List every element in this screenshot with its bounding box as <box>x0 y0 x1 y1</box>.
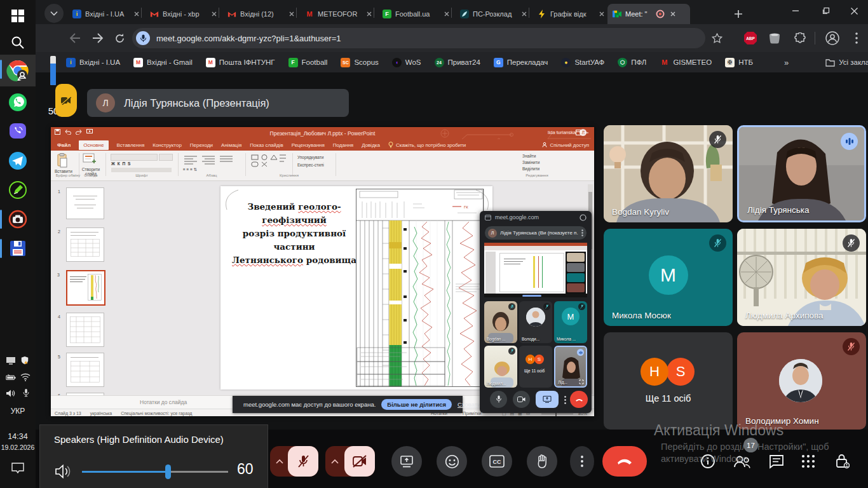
status-accessibility[interactable]: Спеціальні можливості: усе гаразд <box>121 411 192 416</box>
tab-inbox-gmail[interactable]: Вхідні - xbp <box>145 4 222 24</box>
bookmark-gismeteo[interactable]: MGISMETEO <box>660 58 712 67</box>
window-maximize-button[interactable] <box>812 0 840 22</box>
new-tab-button[interactable] <box>729 5 747 23</box>
tile-lidiia-speaking[interactable]: Лідія Турянська <box>737 125 866 222</box>
slide-title-text[interactable]: Зведений геолого-геофізичний розріз прод… <box>227 200 362 267</box>
tile-liudmyla[interactable]: Людмила Архипова <box>737 229 866 326</box>
ppt-tab-transitions[interactable]: Переходи <box>190 142 213 148</box>
taskbar-telegram-button[interactable] <box>0 146 36 175</box>
all-bookmarks-button[interactable]: Усі закладки <box>825 58 868 67</box>
bookmark-ntb[interactable]: ✠НТБ <box>725 58 753 67</box>
ppt-ribbon-options-icon[interactable] <box>574 128 582 137</box>
mic-muted-button[interactable] <box>288 446 318 477</box>
action-center-icon[interactable] <box>11 463 24 474</box>
pip-circle-icon[interactable] <box>580 214 587 221</box>
present-screen-button[interactable] <box>391 446 422 477</box>
mic-options-chevron-icon[interactable] <box>276 459 283 464</box>
bookmark-star-icon[interactable] <box>709 30 724 46</box>
bookmark-startuaf[interactable]: ●StartУАФ <box>561 58 604 67</box>
pip-presenter-pill[interactable]: Л Лідія Турянська (Ви (показуєте п... <box>485 226 587 240</box>
tab-inbox-iua[interactable]: i Вхідні - I.UA <box>67 4 145 24</box>
paragraph-buttons[interactable] <box>183 154 240 168</box>
hide-share-bar-link[interactable]: Сховати <box>458 401 480 408</box>
status-comments-button[interactable]: Примітки <box>463 411 481 416</box>
meet-pip-window[interactable]: meet.google.com Л Лідія Турянська (Ви (п… <box>480 211 592 413</box>
bookmark-football[interactable]: FFootball <box>288 58 328 67</box>
pip-tile-liudmyla[interactable]: Людмил... <box>484 346 517 388</box>
slide-thumbnail-1[interactable]: 1 <box>66 187 104 219</box>
start-button[interactable] <box>0 1 36 30</box>
pip-tile-others[interactable]: H S Ще 11 осіб <box>519 346 552 388</box>
font-extra-buttons[interactable] <box>111 168 172 172</box>
bookmark-scopus[interactable]: SCScopus <box>341 58 378 67</box>
pip-tile-lidiia-speaking[interactable]: Лід... <box>554 346 587 388</box>
status-language[interactable]: українська <box>90 411 112 416</box>
tab-ps-rozklad[interactable]: ПС-Розклад <box>455 4 532 24</box>
slide-thumbnail-5[interactable]: 5 <box>66 353 104 387</box>
taskbar-whatsapp-button[interactable] <box>0 88 36 117</box>
bookmark-wos[interactable]: ◖WoS <box>392 58 421 67</box>
ppt-tab-animations[interactable]: Анімація <box>221 142 241 148</box>
pip-mic-button[interactable] <box>490 391 507 408</box>
find-button[interactable]: Знайти <box>522 154 536 158</box>
ppt-tab-home[interactable]: Основне <box>79 140 108 150</box>
tab-search-button[interactable] <box>44 4 64 23</box>
quick-styles-button[interactable]: Експрес-стилі <box>297 163 324 167</box>
bookmark-iua[interactable]: iВхідні - I.UA <box>66 58 120 67</box>
taskbar-editor-button[interactable] <box>0 175 36 205</box>
replace-button[interactable]: Замінити <box>522 160 539 165</box>
ppt-tab-file[interactable]: Файл <box>57 142 71 148</box>
tab-close-icon[interactable] <box>597 10 606 18</box>
paste-button[interactable] <box>56 153 70 170</box>
font-name-box[interactable] <box>111 154 158 161</box>
presentation-header-pill[interactable]: Л Лідія Турянська (Презентація) <box>87 89 349 117</box>
bookmark-translate[interactable]: GПерекладач <box>494 58 548 67</box>
extensions-puzzle-icon[interactable] <box>792 30 808 46</box>
tray-battery-icon[interactable] <box>6 373 16 382</box>
stop-sharing-button[interactable]: Більше не ділитися <box>381 399 452 410</box>
arrange-button[interactable]: Упорядкувати <box>297 155 323 159</box>
pip-tile-bogdan[interactable]: Bogdan ... <box>484 301 517 343</box>
chat-button[interactable] <box>768 452 785 470</box>
bookmark-gmail[interactable]: MВхідні - Gmail <box>133 58 193 67</box>
pip-title-bar[interactable]: meet.google.com <box>480 211 592 224</box>
tab-close-icon[interactable] <box>287 10 296 18</box>
pip-end-call-button[interactable] <box>570 391 588 408</box>
ppt-tab-help[interactable]: Довідка <box>362 142 380 148</box>
slide-thumbnail-2[interactable]: 2 <box>66 227 104 262</box>
new-slide-button[interactable] <box>83 153 97 166</box>
window-close-button[interactable] <box>840 0 868 22</box>
bookmark-ifntung-mail[interactable]: MПошта ІФНТУНГ <box>206 58 275 67</box>
shapes-gallery[interactable] <box>250 154 288 169</box>
volume-slider[interactable] <box>82 471 228 473</box>
tab-football[interactable]: F Football.ua <box>377 4 455 24</box>
tray-clock-time[interactable]: 14:34 <box>0 432 36 441</box>
tray-language[interactable]: УКР <box>0 407 36 416</box>
more-options-button[interactable] <box>570 446 594 477</box>
bookmark-pfl[interactable]: ⬡ПФЛ <box>618 58 646 67</box>
ppt-tab-design[interactable]: Конструктор <box>153 142 182 148</box>
back-button[interactable] <box>66 29 84 47</box>
pip-menu-icon[interactable] <box>581 229 583 236</box>
pip-more-button[interactable] <box>561 393 569 407</box>
tile-mykola[interactable]: M Микола Мосюк <box>604 229 733 326</box>
window-minimize-button[interactable] <box>782 0 810 22</box>
volume-slider-thumb[interactable] <box>165 464 171 479</box>
pip-camera-button[interactable] <box>513 391 530 408</box>
pip-tile-volodymyr[interactable]: Володи... <box>519 301 552 343</box>
tray-microphone-icon[interactable] <box>21 388 31 397</box>
captions-button[interactable]: CC <box>482 446 512 477</box>
font-size-box[interactable] <box>159 154 173 161</box>
ppt-tab-insert[interactable]: Вставлення <box>117 142 145 148</box>
pip-tile-mykola[interactable]: M Микола ... <box>554 301 587 343</box>
ppt-tab-slideshow[interactable]: Показ слайдів <box>250 142 283 148</box>
bookmark-privat24[interactable]: 24Приват24 <box>435 58 480 67</box>
expand-icon[interactable] <box>579 379 584 384</box>
cup-extension-icon[interactable] <box>766 30 783 46</box>
bookmarks-overflow-button[interactable]: » <box>784 58 789 67</box>
slide-canvas[interactable]: Зведений геолого-геофізичний розріз прод… <box>220 186 492 390</box>
address-bar[interactable]: meet.google.com/akk-dgmr-yzc?pli=1&authu… <box>132 28 705 48</box>
adblock-extension-icon[interactable]: ABP <box>742 30 759 46</box>
pip-present-button-active[interactable] <box>536 391 559 408</box>
ppt-tab-view[interactable]: Подання <box>333 142 353 148</box>
